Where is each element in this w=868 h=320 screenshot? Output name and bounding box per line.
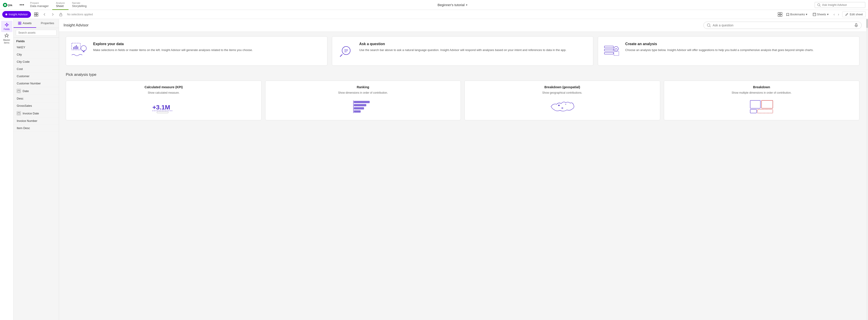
left-area: Fields Master items — [0, 19, 59, 320]
analysis-card-ranking[interactable]: Ranking Show dimensions in order of cont… — [265, 80, 461, 120]
create-card-text: Create an analysis Choose an analysis ty… — [625, 42, 813, 52]
properties-tab[interactable]: Properties — [36, 19, 59, 28]
svg-rect-23 — [18, 24, 20, 25]
svg-rect-5 — [34, 13, 36, 14]
app-title-dropdown[interactable]: ▾ — [466, 3, 467, 6]
left-sidebar: Fields Master items — [0, 19, 13, 320]
analysis-card-kpi[interactable]: Calculated measure (KPI) Show calculated… — [66, 80, 261, 120]
svg-line-45 — [340, 55, 342, 57]
tab-analyze-subtitle: Sheet — [56, 4, 65, 8]
tab-prepare[interactable]: Prepare Data manager — [27, 0, 52, 10]
tab-prepare-subtitle: Data manager — [30, 4, 49, 8]
sheets-icon — [813, 13, 816, 16]
lock-icon — [59, 13, 63, 16]
search-assets-input[interactable] — [16, 30, 57, 36]
field-item-desc[interactable]: Desc — [13, 95, 59, 102]
assets-tab-label: Assets — [23, 22, 31, 25]
svg-rect-25 — [18, 90, 20, 92]
assets-tab[interactable]: Assets — [13, 19, 36, 28]
sheets-label: Sheets — [817, 13, 826, 16]
sidebar-item-fields[interactable]: Fields — [1, 21, 12, 32]
ia-search-input[interactable] — [713, 24, 852, 27]
ask-card-title: Ask a question — [359, 42, 566, 46]
search-icon — [817, 3, 821, 7]
forward-button[interactable] — [50, 12, 56, 17]
bookmarks-arrow: ▾ — [806, 13, 807, 16]
field-item-city[interactable]: City — [13, 51, 59, 58]
create-card-desc: Choose an analysis type below. Insight A… — [625, 48, 813, 52]
insight-advisor-button[interactable]: Insight Advisor — [2, 11, 31, 18]
smart-select-icon — [34, 12, 38, 16]
svg-text:+3.1M: +3.1M — [152, 104, 170, 111]
field-item-customer[interactable]: Customer — [13, 73, 59, 80]
master-items-icon — [4, 33, 9, 38]
next-sheet-button[interactable]: › — [837, 12, 840, 17]
top-search-bar[interactable] — [815, 2, 865, 8]
explore-card: Explore your data Make selections in fie… — [66, 36, 328, 66]
svg-rect-51 — [604, 52, 613, 54]
svg-rect-66 — [762, 100, 773, 108]
forward-icon — [51, 13, 55, 16]
svg-rect-14 — [813, 13, 816, 16]
field-item-invoicenumber[interactable]: Invoice Number — [13, 117, 59, 125]
svg-rect-49 — [604, 46, 613, 48]
bookmarks-button[interactable]: Bookmarks ▾ — [784, 12, 809, 17]
svg-rect-58 — [354, 104, 366, 106]
smart-select-button[interactable] — [33, 11, 39, 17]
svg-rect-65 — [750, 100, 761, 108]
field-customer-name: Customer — [17, 74, 29, 78]
nav-more-button[interactable]: ••• — [17, 2, 27, 7]
field-item-customernumber[interactable]: Customer Number — [13, 80, 59, 87]
insight-dot — [5, 13, 7, 15]
fields-icon — [4, 22, 9, 27]
breakdown-visual — [669, 98, 855, 115]
grid-view-icon[interactable] — [778, 12, 782, 17]
tab-analyze[interactable]: Analyze Sheet — [52, 0, 68, 10]
svg-rect-11 — [780, 12, 782, 14]
analysis-cards: Calculated measure (KPI) Show calculated… — [66, 80, 860, 120]
field-item-cost[interactable]: Cost — [13, 65, 59, 73]
explore-card-desc: Make selections in fields or master item… — [93, 48, 253, 52]
geospatial-desc: Show geographical contributions. — [542, 91, 582, 94]
svg-rect-24 — [20, 24, 21, 25]
geospatial-visual — [469, 98, 655, 115]
bookmarks-label: Bookmarks — [790, 13, 805, 16]
field-city-name: City — [17, 53, 22, 56]
lock-selections-button[interactable] — [58, 12, 64, 17]
field-item-date[interactable]: Date — [13, 87, 59, 95]
ia-title: Insight Advisor — [64, 23, 89, 28]
field-item-invoicedate[interactable]: Invoice Date — [13, 109, 59, 117]
field-item-citycode[interactable]: City Code — [13, 58, 59, 65]
nav-center: Beginner's tutorial ▾ — [90, 3, 815, 7]
svg-rect-68 — [757, 109, 773, 113]
svg-point-63 — [565, 104, 566, 105]
back-button[interactable] — [41, 12, 48, 17]
analysis-card-breakdown[interactable]: Breakdown Show multiple dimensions in or… — [664, 80, 860, 120]
prev-sheet-button[interactable]: ‹ — [832, 12, 836, 17]
field-invoicedate-name: Invoice Date — [23, 112, 39, 115]
analysis-card-geospatial[interactable]: Breakdown (geospatial) Show geographical… — [464, 80, 660, 120]
svg-rect-10 — [778, 12, 780, 14]
tab-narrate-label: Narrate — [72, 2, 87, 4]
svg-rect-29 — [18, 112, 20, 114]
kpi-desc: Show calculated measure. — [148, 91, 180, 94]
nav-arrows: ‹ › — [832, 12, 841, 17]
top-search-input[interactable] — [822, 3, 863, 6]
insight-advisor-label: Insight Advisor — [8, 13, 28, 16]
sheets-button[interactable]: Sheets ▾ — [811, 12, 830, 17]
edit-sheet-button[interactable]: Edit sheet — [842, 11, 866, 17]
explore-card-icon — [70, 42, 89, 60]
tab-narrate[interactable]: Narrate Storytelling — [68, 0, 90, 10]
microphone-icon[interactable] — [854, 23, 858, 27]
ia-search-bar[interactable] — [704, 22, 862, 29]
tab-prepare-label: Prepare — [30, 2, 49, 4]
scrollbar-thumb[interactable] — [866, 19, 868, 28]
field-item-itemdesc[interactable]: Item Desc — [13, 125, 59, 132]
geospatial-title: Breakdown (geospatial) — [545, 85, 580, 89]
properties-tab-label: Properties — [41, 22, 54, 25]
field-item-percentkey[interactable]: %KEY — [13, 44, 59, 51]
sidebar-item-master-items[interactable]: Master items — [1, 33, 12, 44]
ask-card-icon — [337, 42, 355, 60]
svg-point-16 — [6, 24, 8, 26]
field-item-grosssales[interactable]: GrossSales — [13, 102, 59, 109]
